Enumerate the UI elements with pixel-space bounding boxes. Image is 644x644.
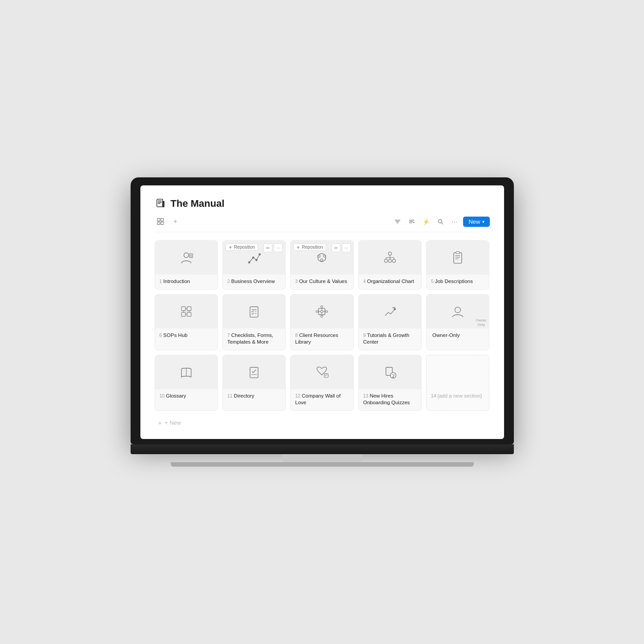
- card-directory[interactable]: 11Directory: [222, 355, 286, 411]
- card-image-sops: [155, 295, 217, 328]
- card-image-directory: [223, 355, 285, 389]
- laptop-foot: [171, 462, 474, 467]
- filter-button[interactable]: [392, 216, 403, 227]
- svg-point-36: [392, 259, 395, 263]
- svg-point-68: [321, 316, 323, 318]
- svg-line-16: [441, 222, 443, 224]
- card-label-directory: 11Directory: [223, 389, 285, 404]
- svg-point-28: [259, 254, 261, 255]
- card-glossary[interactable]: 10Glossary: [155, 355, 218, 411]
- card-checklists[interactable]: 7Checklists, Forms, Templates & More: [222, 294, 286, 350]
- card-label-business: 2Business Overview: [223, 275, 285, 289]
- svg-point-33: [388, 252, 391, 255]
- page-title-row: The Manual: [155, 198, 490, 209]
- card-image-checklists: [223, 295, 285, 328]
- svg-rect-7: [157, 222, 160, 225]
- svg-rect-5: [157, 218, 160, 221]
- svg-rect-2: [158, 202, 162, 203]
- card-label-glossary: 10Glossary: [155, 389, 217, 404]
- svg-point-35: [388, 259, 391, 263]
- svg-rect-46: [456, 252, 459, 254]
- card-org-chart[interactable]: 4Organizational Chart: [358, 240, 422, 290]
- toolbar-left: +: [155, 216, 181, 227]
- card-tutorials[interactable]: 9Tutorials & Growth Center: [358, 294, 422, 350]
- svg-rect-50: [187, 312, 191, 316]
- grid-view-button[interactable]: [155, 216, 166, 227]
- svg-rect-42: [454, 253, 462, 263]
- svg-rect-48: [187, 307, 191, 311]
- new-button[interactable]: New ▾: [463, 217, 489, 227]
- laptop-wrapper: The Manual: [131, 177, 514, 467]
- svg-rect-72: [250, 367, 258, 377]
- laptop-frame: The Manual: [131, 177, 514, 444]
- reposition-badge-3: Reposition: [293, 243, 326, 251]
- card-label-client: 8Client Resources Library: [291, 328, 353, 350]
- card-image-client: [291, 295, 353, 328]
- card-image-jobs: [427, 241, 489, 275]
- card-culture[interactable]: Reposition ✏ ··· 3Our Culture & Values: [290, 240, 353, 290]
- card-client-resources[interactable]: 8Client Resources Library: [290, 294, 353, 350]
- card-image-org: [359, 241, 421, 275]
- card-label-owner: Owner-Only: [427, 328, 489, 343]
- lightning-button[interactable]: ⚡: [420, 216, 432, 227]
- svg-point-17: [184, 253, 189, 258]
- svg-point-70: [455, 307, 461, 313]
- page-title: The Manual: [171, 198, 225, 209]
- svg-rect-3: [158, 203, 160, 204]
- card-image-love: [291, 355, 353, 389]
- svg-rect-6: [161, 218, 164, 221]
- more-btn-3[interactable]: ···: [342, 243, 351, 252]
- card-label-tutorials: 9Tutorials & Growth Center: [359, 328, 421, 350]
- owner-only-label: OwnerOnly: [476, 318, 487, 327]
- card-label-sops: 6SOPs Hub: [155, 328, 217, 343]
- card-image-onboarding: [359, 355, 421, 389]
- card-wall-of-love[interactable]: 12Company Wall of Love: [290, 355, 353, 411]
- card-label-introduction: 1Introduction: [155, 275, 217, 289]
- svg-point-67: [321, 306, 323, 308]
- svg-rect-74: [324, 374, 328, 377]
- card-sops[interactable]: 6SOPs Hub: [155, 294, 218, 350]
- more-btn-2[interactable]: ···: [274, 243, 283, 252]
- svg-point-66: [326, 311, 328, 313]
- svg-point-26: [252, 257, 254, 258]
- svg-point-69: [394, 308, 396, 310]
- add-new-row[interactable]: + + New: [155, 417, 185, 428]
- svg-point-32: [321, 259, 323, 261]
- card-label-culture: 3Our Culture & Values: [291, 275, 353, 289]
- more-button[interactable]: ···: [449, 216, 460, 227]
- card-label-jobs: 5Job Descriptions: [427, 275, 489, 289]
- card-actions-2: ✏ ···: [263, 243, 283, 252]
- edit-btn-3[interactable]: ✏: [332, 243, 340, 252]
- laptop-base: [131, 444, 514, 454]
- edit-btn-2[interactable]: ✏: [263, 243, 272, 252]
- card-add-section[interactable]: 14[add a new section]: [426, 355, 489, 411]
- add-view-button[interactable]: +: [170, 216, 181, 227]
- svg-point-25: [248, 262, 250, 263]
- page-icon: [155, 198, 166, 209]
- card-label-onboarding: 13New Hires Onboarding Quizzes: [359, 389, 421, 410]
- svg-point-79: [393, 377, 394, 377]
- toolbar: +: [155, 216, 490, 232]
- grid-container: 1Introduction: [155, 240, 490, 411]
- card-label-add: 14[add a new section]: [427, 389, 489, 404]
- app-content: The Manual: [140, 185, 504, 439]
- svg-point-65: [316, 311, 318, 313]
- svg-rect-8: [161, 222, 164, 225]
- search-button[interactable]: [435, 216, 446, 227]
- sort-button[interactable]: [406, 216, 418, 227]
- card-actions-3: ✏ ···: [332, 243, 351, 252]
- card-image-owner: OwnerOnly: [427, 295, 489, 328]
- svg-point-27: [256, 259, 258, 261]
- card-image-introduction: [155, 241, 217, 275]
- card-label-org: 4Organizational Chart: [359, 275, 421, 289]
- card-introduction[interactable]: 1Introduction: [155, 240, 218, 290]
- card-job-descriptions[interactable]: 5Job Descriptions: [426, 240, 489, 290]
- svg-rect-49: [181, 312, 185, 316]
- svg-point-34: [384, 259, 387, 263]
- card-business-overview[interactable]: Reposition ✏ ··· 2Business Overview: [222, 240, 286, 290]
- card-onboarding[interactable]: 13New Hires Onboarding Quizzes: [358, 355, 422, 411]
- card-image-add: [427, 355, 489, 389]
- card-owner-only[interactable]: OwnerOnly Owner-Only: [426, 294, 489, 350]
- laptop-stand: [282, 454, 362, 462]
- laptop-screen: The Manual: [140, 185, 504, 439]
